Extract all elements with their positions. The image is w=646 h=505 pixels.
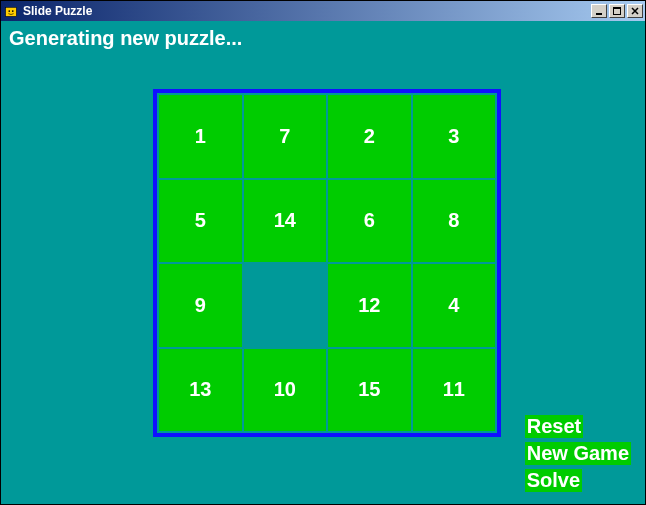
svg-point-2 xyxy=(12,10,14,12)
tile-6[interactable]: 6 xyxy=(328,180,411,263)
tile-1[interactable]: 1 xyxy=(159,95,242,178)
maximize-button[interactable] xyxy=(609,4,625,18)
tile-5[interactable]: 5 xyxy=(159,180,242,263)
tile-12[interactable]: 12 xyxy=(328,264,411,347)
tile-14[interactable]: 14 xyxy=(244,180,327,263)
tile-4[interactable]: 4 xyxy=(413,264,496,347)
puzzle-board: 1 7 2 3 5 14 6 8 9 12 4 13 10 15 11 xyxy=(153,89,501,437)
tile-11[interactable]: 11 xyxy=(413,349,496,432)
tile-10[interactable]: 10 xyxy=(244,349,327,432)
svg-rect-3 xyxy=(596,13,602,15)
status-text: Generating new puzzle... xyxy=(9,27,242,50)
tile-2[interactable]: 2 xyxy=(328,95,411,178)
solve-button[interactable]: Solve xyxy=(525,469,582,492)
app-window: Slide Puzzle Generating new puzzle... 1 … xyxy=(0,0,646,505)
action-buttons: Reset New Game Solve xyxy=(525,415,631,492)
app-icon xyxy=(3,3,19,19)
window-controls xyxy=(591,4,643,18)
tile-7[interactable]: 7 xyxy=(244,95,327,178)
window-title: Slide Puzzle xyxy=(23,4,591,18)
tile-3[interactable]: 3 xyxy=(413,95,496,178)
svg-rect-0 xyxy=(6,8,17,17)
client-area: Generating new puzzle... 1 7 2 3 5 14 6 … xyxy=(1,21,645,504)
tile-15[interactable]: 15 xyxy=(328,349,411,432)
new-game-button[interactable]: New Game xyxy=(525,442,631,465)
tile-9[interactable]: 9 xyxy=(159,264,242,347)
minimize-button[interactable] xyxy=(591,4,607,18)
reset-button[interactable]: Reset xyxy=(525,415,583,438)
close-button[interactable] xyxy=(627,4,643,18)
titlebar: Slide Puzzle xyxy=(1,1,645,21)
tile-8[interactable]: 8 xyxy=(413,180,496,263)
tile-empty xyxy=(244,264,327,347)
tile-13[interactable]: 13 xyxy=(159,349,242,432)
svg-point-1 xyxy=(8,10,10,12)
svg-rect-5 xyxy=(613,7,621,9)
